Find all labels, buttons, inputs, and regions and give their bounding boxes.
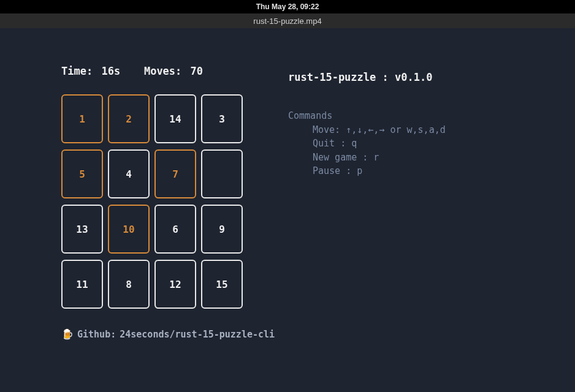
system-topbar: Thu May 28, 09:22 — [0, 0, 575, 13]
puzzle-tile-11[interactable]: 11 — [61, 260, 103, 309]
puzzle-tile-9[interactable]: 9 — [201, 205, 243, 254]
system-datetime: Thu May 28, 09:22 — [256, 2, 319, 11]
game-panel: Time: 16s Moves: 70 12143547131069118121… — [0, 65, 282, 340]
app-name: rust-15-puzzle — [288, 71, 376, 83]
info-panel: rust-15-puzzle : v0.1.0 Commands Move: ↑… — [282, 65, 446, 340]
moves-value: 70 — [191, 65, 203, 77]
puzzle-tile-2[interactable]: 2 — [108, 94, 150, 143]
github-repo: 24seconds/rust-15-puzzle-cli — [120, 329, 275, 340]
time-label: Time: — [61, 65, 93, 77]
command-line: Move: ↑,↓,←,→ or w,s,a,d — [288, 123, 446, 137]
puzzle-tile-14[interactable]: 14 — [154, 94, 196, 143]
app-separator: : — [376, 71, 395, 83]
puzzle-tile-empty[interactable] — [201, 149, 243, 198]
game-stats: Time: 16s Moves: 70 — [61, 65, 282, 77]
command-line: Pause : p — [288, 164, 446, 178]
puzzle-tile-3[interactable]: 3 — [201, 94, 243, 143]
puzzle-tile-5[interactable]: 5 — [61, 149, 103, 198]
main-content: Time: 16s Moves: 70 12143547131069118121… — [0, 28, 575, 340]
puzzle-tile-15[interactable]: 15 — [201, 260, 243, 309]
app-version: v0.1.0 — [395, 71, 432, 83]
puzzle-tile-1[interactable]: 1 — [61, 94, 103, 143]
puzzle-tile-6[interactable]: 6 — [154, 205, 196, 254]
puzzle-grid[interactable]: 121435471310691181215 — [61, 94, 257, 315]
github-label: Github: — [77, 329, 116, 340]
footer: 🍺 Github: 24seconds/rust-15-puzzle-cli — [61, 328, 282, 340]
window-title: rust-15-puzzle.mp4 — [253, 17, 321, 26]
puzzle-tile-13[interactable]: 13 — [61, 205, 103, 254]
commands-heading: Commands — [288, 109, 446, 123]
puzzle-tile-8[interactable]: 8 — [108, 260, 150, 309]
moves-label: Moves: — [144, 65, 181, 77]
beer-icon: 🍺 — [61, 328, 74, 340]
command-line: New game : r — [288, 151, 446, 165]
time-value: 16s — [101, 65, 120, 77]
puzzle-tile-4[interactable]: 4 — [108, 149, 150, 198]
app-title: rust-15-puzzle : v0.1.0 — [288, 71, 446, 83]
puzzle-tile-7[interactable]: 7 — [154, 149, 196, 198]
window-titlebar: rust-15-puzzle.mp4 — [0, 13, 575, 28]
commands-help: Commands Move: ↑,↓,←,→ or w,s,a,dQuit : … — [288, 109, 446, 178]
command-line: Quit : q — [288, 137, 446, 151]
puzzle-tile-12[interactable]: 12 — [154, 260, 196, 309]
puzzle-tile-10[interactable]: 10 — [108, 205, 150, 254]
